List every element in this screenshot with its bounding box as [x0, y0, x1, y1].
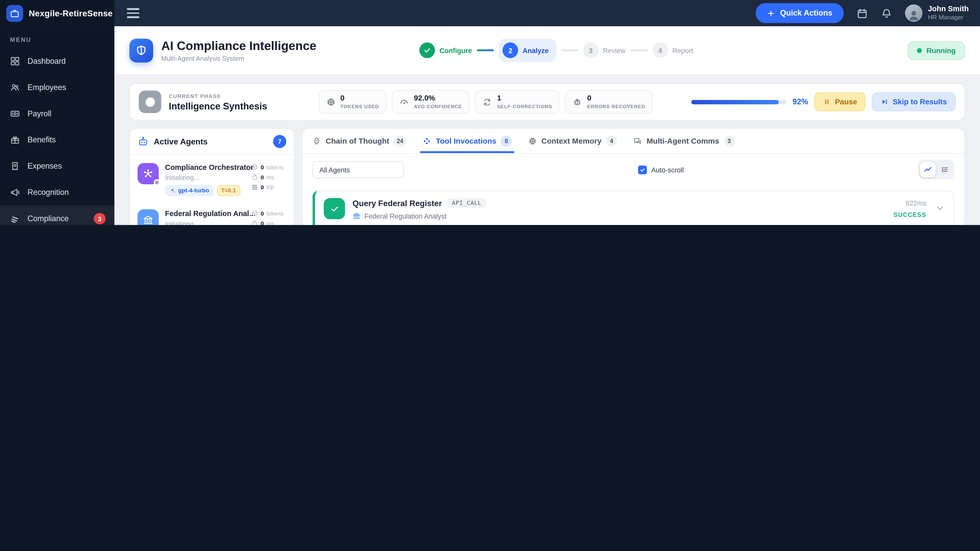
tab-count-badge: 24: [393, 135, 406, 147]
briefcase-logo-icon: [6, 5, 23, 21]
agent-status-dot: [154, 179, 160, 186]
content-row: Active Agents 7 Compliance OrchestratorI…: [115, 128, 980, 225]
tab-chain-of-thought[interactable]: Chain of Thought24: [312, 129, 406, 153]
invocation-agent: Federal Regulation Analyst: [352, 212, 486, 220]
sidebar-item-label: Expenses: [27, 162, 62, 170]
step-report[interactable]: 4Report: [652, 43, 693, 58]
tab-count-badge: 4: [606, 135, 617, 147]
banknote-icon: [10, 109, 20, 119]
current-phase-bar: CURRENT PHASE Intelligence Synthesis 0TO…: [129, 83, 965, 121]
agent-metrics: 0tokens0ms0KB: [251, 163, 286, 197]
refresh-icon: [483, 97, 492, 106]
sidebar: MENU DashboardEmployeesPayrollBenefitsEx…: [0, 26, 115, 225]
agent-list-item[interactable]: Compliance OrchestratorInitializing...gp…: [138, 156, 286, 203]
stopwatch-icon: [251, 174, 258, 181]
shield-icon: [129, 38, 153, 62]
sidebar-item-label: Recognition: [27, 188, 69, 197]
step-number: 3: [583, 43, 598, 58]
receipt-icon: [10, 161, 20, 171]
active-agents-title: Active Agents: [154, 137, 207, 146]
stopwatch-icon: [251, 220, 258, 225]
calendar-icon[interactable]: [856, 7, 868, 19]
sidebar-item-recognition[interactable]: Recognition: [0, 179, 115, 206]
avatar: [905, 4, 922, 22]
tab-context-memory[interactable]: Context Memory4: [528, 129, 617, 153]
user-menu[interactable]: John Smith HR Manager: [905, 4, 969, 22]
autoscroll-toggle[interactable]: Auto-scroll: [638, 165, 684, 174]
skip-to-results-button[interactable]: Skip to Results: [872, 93, 956, 111]
users-icon: [10, 83, 20, 92]
view-toggle-group: [918, 160, 955, 179]
top-bar: Nexgile-RetireSense Quick Actions John S…: [0, 0, 980, 26]
layers3-icon: [10, 214, 20, 224]
sidebar-item-payroll[interactable]: Payroll: [0, 100, 115, 127]
invocation-list: Query Federal RegisterAPI_CALLFederal Re…: [302, 184, 964, 225]
step-number: 2: [503, 43, 518, 58]
step-configure[interactable]: Configure: [420, 43, 472, 58]
progress-percent: 92%: [792, 97, 808, 106]
progress-group: 92% Pause Skip to Results: [691, 93, 956, 111]
hamburger-menu-icon[interactable]: [127, 8, 139, 18]
step-connector: [561, 49, 578, 51]
temperature-badge: T=0.1: [217, 185, 240, 196]
headmind-icon: [312, 137, 321, 145]
diamondhub-icon: [423, 137, 431, 145]
active-agents-header: Active Agents 7: [130, 129, 294, 155]
hub-agent-icon: [138, 163, 159, 184]
analysis-panel: Chain of Thought24Tool Invocations8Conte…: [302, 128, 965, 225]
sidebar-item-label: Benefits: [27, 135, 56, 144]
pause-icon: [823, 98, 830, 106]
tab-count-badge: 3: [724, 135, 735, 147]
call-type-badge: API_CALL: [448, 198, 486, 208]
step-analyze[interactable]: 2Analyze: [499, 39, 556, 62]
model-badge: gpt-4-turbo: [165, 185, 213, 196]
active-agents-card: Active Agents 7 Compliance OrchestratorI…: [129, 128, 294, 225]
bell-icon[interactable]: [880, 7, 892, 19]
sidebar-item-expenses[interactable]: Expenses: [0, 153, 115, 179]
progress-bar: [691, 100, 786, 104]
step-number: 4: [652, 43, 668, 58]
main-area: AI Compliance Intelligence Multi-Agent A…: [115, 26, 980, 225]
agent-filter-select[interactable]: All Agents: [312, 161, 404, 178]
page-subtitle: Multi-Agent Analysis System: [161, 55, 317, 62]
pause-button[interactable]: Pause: [815, 93, 866, 111]
cube-icon: [251, 210, 258, 217]
sidebar-item-employees[interactable]: Employees: [0, 74, 115, 100]
tab-tool-invocations[interactable]: Tool Invocations8: [423, 129, 512, 153]
page-header: AI Compliance Intelligence Multi-Agent A…: [115, 26, 980, 75]
invocation-card[interactable]: Query Federal RegisterAPI_CALLFederal Re…: [312, 191, 954, 225]
status-label: SUCCESS: [894, 211, 926, 218]
phase-stat: 1SELF-CORRECTIONS: [475, 90, 560, 114]
tab-multi-agent-comms[interactable]: Multi-Agent Comms3: [633, 129, 735, 153]
chip-icon: [528, 137, 537, 145]
phase-name: Intelligence Synthesis: [169, 100, 267, 111]
menu-section-label: MENU: [0, 26, 115, 48]
tab-count-badge: 8: [501, 135, 512, 147]
phase-spinner-icon: [139, 91, 161, 113]
step-check-icon: [420, 43, 435, 58]
agent-metrics: 0tokens0ms0KB: [251, 210, 286, 225]
step-review[interactable]: 3Review: [583, 43, 625, 58]
phase-label: CURRENT PHASE: [169, 93, 267, 99]
sidebar-item-dashboard[interactable]: Dashboard: [0, 48, 115, 75]
phase-stat: 0TOKENS USED: [318, 90, 387, 114]
sparkles-icon: [169, 187, 176, 194]
list-view-button[interactable]: [937, 162, 953, 178]
phase-stat: 92.0%AVG CONFIDENCE: [392, 90, 469, 114]
sidebar-item-compliance[interactable]: Compliance3: [0, 206, 115, 225]
app-root: Nexgile-RetireSense Quick Actions John S…: [0, 0, 980, 225]
workflow-stepper: Configure2Analyze3Review4Report: [420, 39, 693, 62]
brand[interactable]: Nexgile-RetireSense: [0, 0, 115, 26]
timeline-view-button[interactable]: [920, 162, 935, 178]
step-connector: [630, 49, 647, 51]
sidebar-item-benefits[interactable]: Benefits: [0, 127, 115, 153]
bug-icon: [573, 97, 582, 106]
grid-icon: [10, 56, 20, 66]
sidebar-item-label: Payroll: [27, 110, 52, 118]
quick-actions-button[interactable]: Quick Actions: [756, 3, 843, 23]
chevron-down-icon[interactable]: [935, 203, 945, 215]
sidebar-item-badge: 3: [94, 213, 106, 224]
user-role: HR Manager: [928, 14, 969, 21]
duration: 622ms: [894, 200, 926, 207]
agent-list-item[interactable]: Federal Regulation Anal...Initializing..…: [138, 203, 286, 225]
